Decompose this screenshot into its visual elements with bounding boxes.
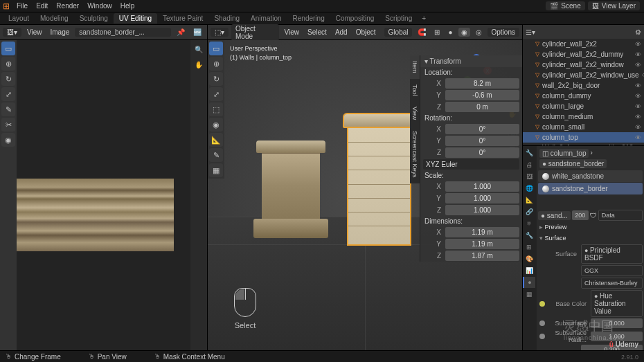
material-slot-0[interactable]: white_sandstone xyxy=(538,170,643,182)
vp-menu-object[interactable]: Object xyxy=(353,28,379,37)
outliner-item[interactable]: ▽column_large👁 xyxy=(523,101,644,111)
outliner-item[interactable]: ▽column_dummy👁 xyxy=(523,91,644,101)
socket-icon[interactable] xyxy=(539,334,545,339)
transform-header[interactable]: ▾ Transform xyxy=(420,55,522,67)
prop-tab-viewlayer[interactable]: 🖼 xyxy=(523,171,535,182)
n-tab-screencast[interactable]: Screencast Keys xyxy=(410,125,420,183)
sss-method-dropdown[interactable]: Christensen-Burley xyxy=(581,278,643,289)
visibility-icon[interactable]: 👁 xyxy=(635,134,641,141)
loc-x-field[interactable]: 8.2 m xyxy=(445,78,519,89)
fake-user-icon[interactable]: 🛡 xyxy=(590,212,597,219)
tab-modeling[interactable]: Modeling xyxy=(35,13,74,24)
viewlayer-selector[interactable]: 🖼View Layer xyxy=(588,1,640,10)
prop-tab-physics[interactable]: ⊞ xyxy=(523,242,535,253)
shader-dropdown[interactable]: ● Principled BSDF xyxy=(581,244,643,264)
vp-tool-addcube[interactable]: ▦ xyxy=(209,163,223,177)
vp-tool-measure[interactable]: 📐 xyxy=(209,133,223,147)
outliner-item[interactable]: ▽cylinder_wall_2x2_window👁 xyxy=(523,60,644,70)
shading-material-icon[interactable]: ◉ xyxy=(458,28,470,37)
vp-tool-transform[interactable]: ◉ xyxy=(209,118,223,132)
outliner-type-dropdown[interactable]: ☰▾ xyxy=(526,28,535,36)
visibility-icon[interactable]: 👁 xyxy=(635,93,641,100)
tab-rendering[interactable]: Rendering xyxy=(287,13,330,24)
tab-layout[interactable]: Layout xyxy=(3,13,35,24)
uv-zoom-icon[interactable]: 🔍 xyxy=(193,43,205,55)
preview-section[interactable]: Preview xyxy=(538,221,643,233)
rotation-mode-dropdown[interactable]: XYZ Euler xyxy=(423,159,519,170)
uv-tool-rotate[interactable]: ↻ xyxy=(1,72,15,86)
vp-tool-move[interactable]: ↻ xyxy=(209,72,223,86)
vp-tool-rotate[interactable]: ⤢ xyxy=(209,87,223,101)
loc-z-field[interactable]: 0 m xyxy=(445,102,519,112)
menu-window[interactable]: Window xyxy=(83,1,116,11)
tab-animation[interactable]: Animation xyxy=(245,13,287,24)
vp-menu-add[interactable]: Add xyxy=(332,28,350,37)
outliner-item[interactable]: ▽cylinder_wall_2x2👁 xyxy=(523,39,644,49)
prop-tab-output[interactable]: 🖨 xyxy=(523,159,535,170)
prop-tab-particle[interactable]: 🔧 xyxy=(523,230,535,241)
outliner-item[interactable]: ▽cylinder_wall_2x2_window_use👁 xyxy=(523,70,644,80)
tab-uv-editing[interactable]: UV Editing xyxy=(114,13,157,24)
prop-tab-modifier[interactable]: ⚛ xyxy=(523,218,535,229)
outliner-item[interactable]: ▽column_small👁 xyxy=(523,122,644,132)
dim-y-field[interactable]: 1.19 m xyxy=(445,239,519,249)
tab-sculpting[interactable]: Sculpting xyxy=(74,13,114,24)
add-workspace-button[interactable]: + xyxy=(418,13,430,24)
outliner-item[interactable]: ▽wall_2x2_big_door👁 xyxy=(523,80,644,91)
shading-wireframe-icon[interactable]: ⊞ xyxy=(431,28,442,37)
outliner-item[interactable]: ▽cylinder_wall_2x2_dummy👁 xyxy=(523,49,644,60)
prop-tab-constraint[interactable]: 🎨 xyxy=(523,253,535,264)
editor-type-dropdown[interactable]: 🖼▾ xyxy=(3,28,21,37)
vp-tool-scale[interactable]: ⬚ xyxy=(209,102,223,116)
mode-selector[interactable]: Object Mode xyxy=(231,24,279,41)
link-type-dropdown[interactable]: Data xyxy=(598,210,643,221)
visibility-icon[interactable]: 👁 xyxy=(635,41,641,48)
n-tab-view[interactable]: View xyxy=(410,101,420,125)
vp-tool-annotate[interactable]: ✎ xyxy=(209,148,223,162)
scale-y-field[interactable]: 1.000 xyxy=(445,193,519,203)
snap-icon[interactable]: 🧲 xyxy=(415,28,429,37)
uv-tool-annotate[interactable]: ✎ xyxy=(1,102,15,116)
n-tab-item[interactable]: Item xyxy=(410,55,420,79)
scene-selector[interactable]: 🎬Scene xyxy=(546,1,584,10)
visibility-icon[interactable]: 👁 xyxy=(635,103,641,110)
uv-tool-rip[interactable]: ✂ xyxy=(1,118,15,132)
visibility-icon[interactable]: 👁 xyxy=(635,124,641,131)
prop-tab-mesh[interactable]: 📊 xyxy=(523,265,535,276)
tab-scripting[interactable]: Scripting xyxy=(379,13,418,24)
surface-section[interactable]: Surface xyxy=(538,233,643,244)
vp-tool-select[interactable]: ▭ xyxy=(209,42,223,55)
new-image-icon[interactable]: 🆕 xyxy=(190,28,204,37)
prop-tab-render[interactable]: 🔧 xyxy=(523,147,535,159)
vp-tool-cursor[interactable]: ⊕ xyxy=(209,57,223,71)
tab-compositing[interactable]: Compositing xyxy=(330,13,380,24)
uv-tool-scale[interactable]: ⤢ xyxy=(1,87,15,101)
orientation-dropdown[interactable]: Global xyxy=(384,28,413,37)
rot-x-field[interactable]: 0° xyxy=(445,124,519,134)
tab-texture-paint[interactable]: Texture Paint xyxy=(157,13,208,24)
outliner-item[interactable]: ▽column_top👁 xyxy=(523,132,644,143)
menu-render[interactable]: Render xyxy=(52,1,83,11)
dim-x-field[interactable]: 1.19 m xyxy=(445,227,519,237)
basecolor-node[interactable]: ● Hue Saturation Value xyxy=(591,290,643,317)
material-browser[interactable]: ● sand... xyxy=(538,211,571,220)
uv-menu-image[interactable]: Image xyxy=(48,28,73,37)
menu-help[interactable]: Help xyxy=(116,1,139,11)
menu-file[interactable]: File xyxy=(12,1,32,11)
visibility-icon[interactable]: 👁 xyxy=(635,62,641,69)
rot-y-field[interactable]: 0° xyxy=(445,136,519,146)
visibility-icon[interactable]: 👁 xyxy=(635,82,641,89)
socket-icon[interactable] xyxy=(539,301,545,307)
outliner-item[interactable]: ▽column_medium👁 xyxy=(523,111,644,122)
dim-z-field[interactable]: 1.87 m xyxy=(445,251,519,261)
prop-tab-object[interactable]: 🔗 xyxy=(523,206,535,217)
pin-icon[interactable]: 📌 xyxy=(174,28,188,37)
uv-tool-cursor[interactable]: ⊕ xyxy=(1,57,15,71)
visibility-icon[interactable]: 👁 xyxy=(642,72,644,79)
image-selector[interactable]: sandstone_border_... xyxy=(75,28,171,37)
scale-x-field[interactable]: 1.000 xyxy=(445,181,519,192)
uv-tool-grab[interactable]: ◉ xyxy=(1,133,15,147)
vp-menu-view[interactable]: View xyxy=(282,28,303,37)
sss-r-field[interactable]: 1.000 xyxy=(591,332,643,341)
editor-type-3d[interactable]: ⬚▾ xyxy=(211,28,229,37)
